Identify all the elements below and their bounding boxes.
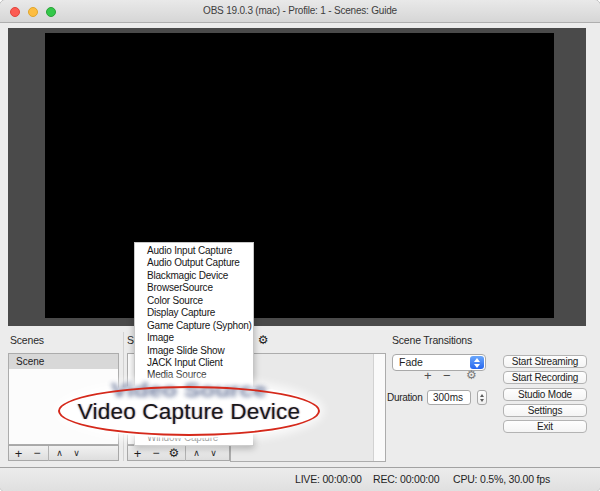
scenes-dock-label: Scenes — [10, 334, 44, 346]
menu-item-blackmagic-device[interactable]: Blackmagic Device — [135, 270, 253, 282]
statusbar: LIVE: 00:00:00 REC: 00:00:00 CPU: 0.5%, … — [0, 467, 600, 491]
menu-item-audio-input-capture[interactable]: Audio Input Capture — [135, 245, 253, 257]
preview-area — [8, 28, 586, 326]
minimize-button[interactable] — [28, 7, 38, 17]
cpu-stats: CPU: 0.5%, 30.00 fps — [453, 468, 550, 490]
scenes-toolbar: + − ∧ ∨ — [8, 445, 119, 461]
start-streaming-button[interactable]: Start Streaming — [503, 355, 587, 368]
menu-item-audio-output-capture[interactable]: Audio Output Capture — [135, 257, 253, 269]
transition-select-value: Fade — [393, 356, 423, 368]
scene-list-item[interactable]: Scene — [9, 354, 118, 369]
start-recording-button[interactable]: Start Recording — [503, 371, 587, 384]
duration-stepper[interactable] — [477, 390, 487, 405]
transition-properties-gear-icon[interactable]: ⚙ — [466, 368, 477, 382]
obs-window: OBS 19.0.3 (mac) - Profile: 1 - Scenes: … — [0, 0, 600, 491]
add-scene-button[interactable]: + — [9, 446, 28, 461]
menu-item-image[interactable]: Image — [135, 332, 253, 344]
add-transition-button[interactable]: + — [424, 368, 432, 383]
live-time: LIVE: 00:00:00 — [295, 468, 362, 490]
zoom-button[interactable] — [46, 7, 56, 17]
source-down-button[interactable]: ∨ — [205, 448, 222, 458]
settings-button[interactable]: Settings — [503, 404, 587, 417]
preview-canvas[interactable] — [45, 33, 554, 318]
add-source-button[interactable]: + — [128, 446, 147, 461]
transitions-dock-label: Scene Transitions — [392, 334, 472, 346]
menu-item-color-source[interactable]: Color Source — [135, 295, 253, 307]
menu-item-game-capture-syphon[interactable]: Game Capture (Syphon) — [135, 320, 253, 332]
window-title: OBS 19.0.3 (mac) - Profile: 1 - Scenes: … — [60, 0, 540, 22]
source-up-button[interactable]: ∧ — [188, 448, 205, 458]
mixer-scrollbar[interactable] — [373, 354, 385, 461]
menu-item-jack-input-client[interactable]: JACK Input Client — [135, 357, 253, 369]
remove-source-button[interactable]: − — [147, 446, 165, 460]
remove-scene-button[interactable]: − — [28, 446, 46, 460]
titlebar: OBS 19.0.3 (mac) - Profile: 1 - Scenes: … — [0, 0, 600, 23]
menu-item-image-slide-show[interactable]: Image Slide Show — [135, 345, 253, 357]
scene-up-button[interactable]: ∧ — [51, 448, 68, 458]
toolbar-separator — [48, 446, 49, 461]
annotation-callout: Video Source Video Capture Device — [56, 379, 322, 438]
scene-down-button[interactable]: ∨ — [68, 448, 85, 458]
toolbar-separator — [185, 446, 186, 461]
source-properties-gear-icon[interactable]: ⚙ — [165, 446, 183, 460]
exit-button[interactable]: Exit — [503, 420, 587, 433]
duration-input[interactable]: 300ms — [427, 390, 471, 405]
close-button[interactable] — [10, 7, 20, 17]
sources-toolbar: + − ⚙ ∧ ∨ — [127, 445, 230, 461]
menu-item-display-capture[interactable]: Display Capture — [135, 307, 253, 319]
duration-label: Duration — [387, 392, 422, 403]
menu-item-browsersource[interactable]: BrowserSource — [135, 282, 253, 294]
remove-transition-button[interactable]: − — [443, 368, 451, 383]
red-ellipse-annotation — [58, 386, 320, 436]
studio-mode-button[interactable]: Studio Mode — [503, 388, 587, 401]
rec-time: REC: 00:00:00 — [373, 468, 439, 490]
mixer-settings-gear-icon[interactable]: ⚙ — [258, 335, 269, 345]
traffic-lights — [10, 7, 56, 17]
